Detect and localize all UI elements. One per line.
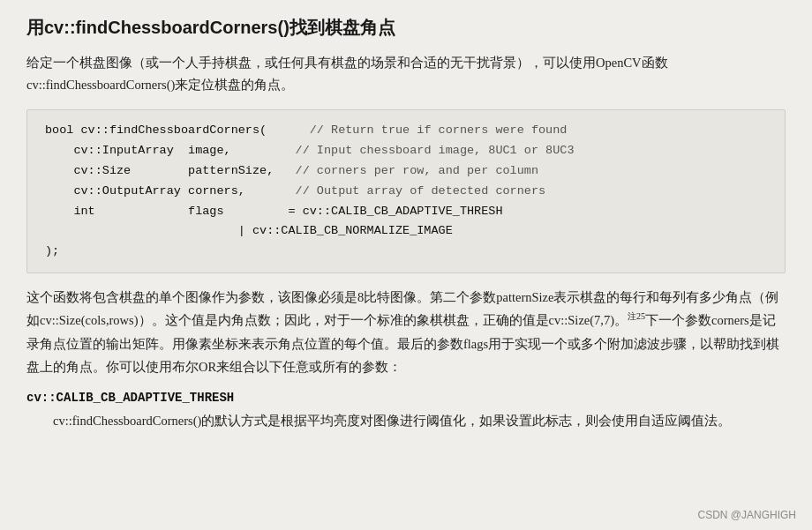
code-block: bool cv::findChessboardCorners( // Retur…: [26, 109, 786, 274]
footnote-marker: 注25: [628, 312, 645, 322]
code-line-5: int flags = cv::CALIB_CB_ADAPTIVE_THRESH: [45, 205, 503, 218]
section-title-adaptive: cv::CALIB_CB_ADAPTIVE_THRESH: [26, 391, 786, 405]
section-desc-adaptive: cv::findChessboardCorners()的默认方式是根据平均亮度对…: [53, 410, 786, 432]
code-line-2: cv::InputArray image, // Input chessboar…: [45, 144, 575, 157]
code-line-3: cv::Size patternSize, // corners per row…: [45, 164, 538, 177]
page-container: 用cv::findChessboardCorners()找到棋盘角点 给定一个棋…: [0, 0, 812, 530]
page-title: 用cv::findChessboardCorners()找到棋盘角点: [26, 16, 786, 40]
code-line-6: | cv::CALIB_CB_NORMALIZE_IMAGE: [45, 224, 453, 237]
code-line-7: );: [45, 244, 59, 258]
footer-attribution: CSDN @JANGHIGH: [697, 509, 796, 521]
code-line-1: bool cv::findChessboardCorners( // Retur…: [45, 123, 567, 137]
intro-paragraph: 给定一个棋盘图像（或一个人手持棋盘，或任何具有棋盘的场景和合适的无干扰背景），可…: [26, 52, 786, 97]
code-line-4: cv::OutputArray corners, // Output array…: [45, 184, 545, 198]
body-paragraph-1: 这个函数将包含棋盘的单个图像作为参数，该图像必须是8比特图像。第二个参数patt…: [26, 286, 786, 377]
